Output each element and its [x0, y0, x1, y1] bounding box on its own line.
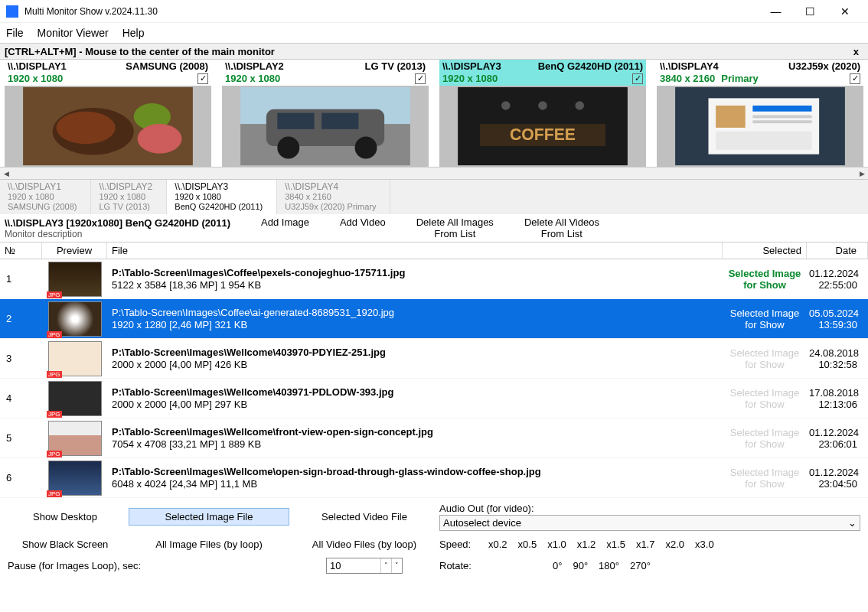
- tab-display4[interactable]: \\.\DISPLAY4 3840 x 2160 U32J59x (2020) …: [277, 180, 390, 214]
- tab-display3[interactable]: \\.\DISPLAY3 1920 x 1080 BenQ G2420HD (2…: [167, 180, 277, 214]
- window-buttons: — ☐ ✕: [759, 0, 862, 23]
- monitor-thumb-coffee: COFFEE: [439, 86, 646, 167]
- instruction-close-button[interactable]: x: [849, 46, 863, 57]
- menu-help[interactable]: Help: [122, 27, 145, 39]
- pause-spinner[interactable]: ˄˅: [326, 558, 403, 574]
- file-row[interactable]: 3 JPG P:\Tablo-Screen\Images\Wellcome\40…: [0, 339, 868, 379]
- pause-input[interactable]: [327, 558, 380, 573]
- speed-option[interactable]: x2.0: [665, 539, 684, 550]
- all-image-files-button[interactable]: All Image Files (by loop): [129, 536, 289, 553]
- monitor-resolution: 1920 x 1080: [225, 73, 280, 84]
- monitor-checkbox[interactable]: ✓: [850, 73, 860, 84]
- menu-monitor-viewer[interactable]: Monitor Viewer: [38, 27, 109, 39]
- monitor-thumb-car: [222, 86, 429, 167]
- delete-videos-button[interactable]: Delete All VideosFrom List: [524, 216, 599, 239]
- monitor-thumb-steak: [5, 86, 211, 167]
- speed-option[interactable]: x0.2: [488, 539, 507, 550]
- monitors-scrollbar[interactable]: ◀ ▶: [0, 167, 868, 180]
- tab-display1[interactable]: \\.\DISPLAY1 1920 x 1080 SAMSUNG (2008): [0, 180, 91, 214]
- monitor-checkbox[interactable]: ✓: [632, 73, 643, 84]
- minimize-button[interactable]: —: [759, 0, 793, 23]
- col-selected[interactable]: Selected: [723, 243, 807, 259]
- monitor-card-4[interactable]: \\.\DISPLAY4U32J59x (2020) 3840 x 2160Pr…: [657, 60, 863, 167]
- file-row[interactable]: 4 JPG P:\Tablo-Screen\Images\Wellcome\40…: [0, 379, 868, 418]
- menu-file[interactable]: File: [6, 27, 24, 39]
- monitor-card-3[interactable]: \\.\DISPLAY3BenQ G2420HD (2011) 1920 x 1…: [439, 60, 646, 167]
- rotate-option[interactable]: 180°: [599, 560, 619, 571]
- tab-display2[interactable]: \\.\DISPLAY2 1920 x 1080 LG TV (2013): [91, 180, 167, 214]
- speed-option[interactable]: x1.0: [547, 539, 566, 550]
- col-number[interactable]: №: [0, 243, 42, 259]
- instruction-bar: [CTRL+ALT+M] - Mouse to the center of th…: [0, 43, 868, 60]
- description-bar: \\.\DISPLAY3 [1920x1080] BenQ G2420HD (2…: [0, 214, 868, 242]
- svg-rect-10: [277, 113, 314, 129]
- list-header: № Preview File Selected Date: [0, 242, 868, 259]
- add-image-button[interactable]: Add Image: [261, 216, 309, 239]
- monitor-model: U32J59x (2020): [788, 60, 860, 72]
- add-video-button[interactable]: Add Video: [340, 216, 386, 239]
- spin-up-icon[interactable]: ˄: [380, 558, 391, 573]
- selected-video-file-button[interactable]: Selected Video File: [295, 508, 433, 526]
- svg-point-13: [355, 137, 377, 159]
- speed-option[interactable]: x1.7: [636, 539, 655, 550]
- monitors-strip: \\.\DISPLAY1SAMSUNG (2008) 1920 x 1080✓ …: [0, 60, 868, 167]
- jpg-badge: JPG: [47, 291, 62, 298]
- scroll-left-arrow[interactable]: ◀: [0, 170, 12, 177]
- svg-rect-11: [321, 113, 358, 129]
- rotate-option[interactable]: 270°: [630, 560, 651, 571]
- window-title: Multi Monitor Show v.2024.11.30: [24, 6, 759, 17]
- instruction-text: [CTRL+ALT+M] - Mouse to the center of th…: [5, 46, 275, 57]
- file-row[interactable]: 6 JPG P:\Tablo-Screen\Images\Wellcome\op…: [0, 458, 868, 498]
- svg-point-20: [575, 101, 584, 110]
- svg-point-18: [501, 101, 511, 110]
- selected-image-file-button[interactable]: Selected Image File: [129, 508, 289, 526]
- svg-rect-28: [716, 132, 811, 150]
- menubar: File Monitor Viewer Help: [0, 23, 868, 43]
- show-black-screen-button[interactable]: Show Black Screen: [8, 536, 122, 553]
- titlebar: Multi Monitor Show v.2024.11.30 — ☐ ✕: [0, 0, 868, 23]
- desc-title: \\.\DISPLAY3 [1920x1080] BenQ G2420HD (2…: [5, 217, 230, 229]
- svg-text:COFFEE: COFFEE: [510, 125, 576, 143]
- monitor-primary-label: Primary: [721, 73, 758, 84]
- monitor-checkbox[interactable]: ✓: [197, 73, 208, 84]
- monitor-checkbox[interactable]: ✓: [415, 73, 426, 84]
- show-desktop-button[interactable]: Show Desktop: [8, 508, 122, 526]
- maximize-button[interactable]: ☐: [793, 0, 827, 23]
- monitor-tabs: \\.\DISPLAY1 1920 x 1080 SAMSUNG (2008) …: [0, 180, 868, 214]
- all-video-files-button[interactable]: All Video Files (by loop): [295, 536, 433, 553]
- monitor-card-2[interactable]: \\.\DISPLAY2LG TV (2013) 1920 x 1080✓: [222, 60, 429, 167]
- close-button[interactable]: ✕: [827, 0, 862, 23]
- spin-down-icon[interactable]: ˅: [391, 558, 402, 573]
- col-preview[interactable]: Preview: [42, 243, 107, 259]
- rotate-option[interactable]: 90°: [573, 560, 588, 571]
- file-row[interactable]: 5 JPG P:\Tablo-Screen\Images\Wellcome\fr…: [0, 418, 868, 458]
- desc-sub: Monitor description: [5, 229, 230, 239]
- monitor-name: \\.\DISPLAY2: [225, 60, 284, 72]
- file-row[interactable]: 2 JPG P:\Tablo-Screen\Images\Coffee\ai-g…: [0, 299, 868, 339]
- jpg-badge: JPG: [47, 490, 62, 497]
- monitor-name: \\.\DISPLAY1: [8, 60, 67, 72]
- jpg-badge: JPG: [47, 331, 62, 338]
- file-row[interactable]: 1 JPG P:\Tablo-Screen\Images\Coffee\pexe…: [0, 259, 868, 299]
- svg-rect-26: [752, 116, 811, 119]
- scroll-right-arrow[interactable]: ▶: [856, 170, 868, 177]
- monitor-resolution: 1920 x 1080: [8, 73, 63, 84]
- delete-images-button[interactable]: Delete All ImagesFrom List: [416, 216, 494, 239]
- speed-option[interactable]: x1.5: [606, 539, 625, 550]
- svg-point-3: [57, 112, 116, 144]
- monitor-card-1[interactable]: \\.\DISPLAY1SAMSUNG (2008) 1920 x 1080✓: [5, 60, 211, 167]
- jpg-badge: JPG: [47, 411, 62, 418]
- svg-point-12: [277, 137, 299, 159]
- monitor-resolution: 3840 x 2160: [660, 73, 715, 84]
- monitor-model: SAMSUNG (2008): [126, 60, 208, 72]
- col-file[interactable]: File: [107, 243, 723, 259]
- rotate-option[interactable]: 0°: [553, 560, 562, 571]
- audio-out-select[interactable]: Autoselect device⌄: [439, 515, 860, 531]
- col-date[interactable]: Date: [807, 243, 868, 259]
- speed-option[interactable]: x3.0: [695, 539, 714, 550]
- chevron-down-icon: ⌄: [848, 517, 857, 529]
- svg-rect-24: [716, 106, 746, 128]
- footer: Show Desktop Selected Image File Selecte…: [0, 498, 868, 578]
- speed-option[interactable]: x0.5: [518, 539, 537, 550]
- speed-option[interactable]: x1.2: [577, 539, 596, 550]
